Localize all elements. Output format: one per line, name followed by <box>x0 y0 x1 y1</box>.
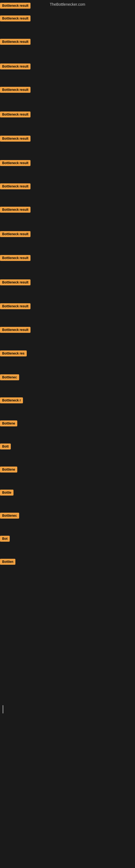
bottleneck-badge: Bottleneck result <box>0 303 31 309</box>
list-item[interactable]: Bottle <box>0 490 13 496</box>
list-item[interactable]: Bottleneck result <box>0 39 31 45</box>
list-item[interactable]: Bottleneck result <box>0 135 31 142</box>
bottleneck-badge: Bottlene <box>0 467 17 472</box>
bottleneck-badge: Bot <box>0 536 10 542</box>
bottleneck-badge: Bottleneck result <box>0 327 31 333</box>
bottleneck-badge: Bottleneck result <box>0 231 31 237</box>
bottleneck-badge: Bottleneck result <box>0 183 31 189</box>
bottleneck-badge: Bottleneck result <box>0 39 31 45</box>
list-item[interactable]: Bot <box>0 536 10 542</box>
bottleneck-badge: Bottleneck result <box>0 160 31 166</box>
list-item[interactable]: Bottlen <box>0 559 15 565</box>
list-item[interactable]: Bottleneck res <box>0 350 27 356</box>
bottleneck-badge: Bottleneck res <box>0 350 27 356</box>
list-item[interactable]: Bottleneck result <box>0 63 31 69</box>
list-item[interactable]: Bottlenec <box>0 513 19 519</box>
bottleneck-badge: Bottleneck result <box>0 3 31 9</box>
bottleneck-badge: Bott <box>0 443 11 450</box>
bottleneck-badge: Bottleneck result <box>0 255 31 261</box>
list-item[interactable]: Bottleneck result <box>0 87 31 93</box>
bottleneck-badge: Bottleneck result <box>0 279 31 285</box>
list-item[interactable]: Bottleneck result <box>0 112 31 118</box>
list-item[interactable]: Bottleneck r <box>0 397 23 403</box>
bottleneck-badge: Bottleneck result <box>0 207 31 213</box>
list-item[interactable]: Bottlene <box>0 421 17 426</box>
list-item[interactable]: Bottleneck result <box>0 327 31 333</box>
list-item[interactable]: Bottleneck result <box>0 207 31 213</box>
bottleneck-badge: Bottleneck result <box>0 16 31 22</box>
list-item[interactable]: Bottleneck result <box>0 303 31 309</box>
list-item[interactable]: Bottleneck result <box>0 183 31 189</box>
bottleneck-badge: Bottleneck result <box>0 63 31 69</box>
bottleneck-badge: Bottlen <box>0 559 15 565</box>
list-item[interactable]: Bottlene <box>0 467 17 472</box>
bottleneck-badge: Bottlene <box>0 421 17 426</box>
list-item[interactable]: Bottleneck result <box>0 16 31 22</box>
list-item[interactable]: Bottleneck result <box>0 3 31 9</box>
list-item[interactable]: Bottleneck result <box>0 231 31 237</box>
bottleneck-badge: Bottlenec <box>0 513 19 519</box>
bottleneck-badge: Bottleneck result <box>0 135 31 142</box>
bottleneck-badge: Bottle <box>0 490 13 496</box>
list-item[interactable]: Bott <box>0 443 11 450</box>
list-item[interactable]: Bottleneck result <box>0 279 31 285</box>
bottleneck-badge: Bottleneck r <box>0 397 23 403</box>
cursor <box>3 705 3 713</box>
list-item[interactable]: Bottlenec <box>0 374 19 380</box>
list-item[interactable]: Bottleneck result <box>0 160 31 166</box>
list-item[interactable]: Bottleneck result <box>0 255 31 261</box>
bottleneck-badge: Bottleneck result <box>0 112 31 118</box>
bottleneck-badge: Bottleneck result <box>0 87 31 93</box>
bottleneck-badge: Bottlenec <box>0 374 19 380</box>
